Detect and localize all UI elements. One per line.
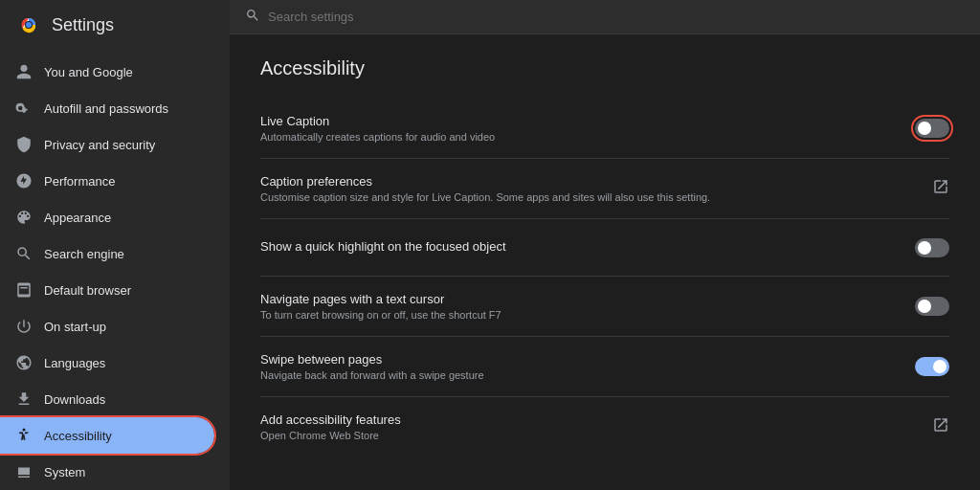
- sidebar-label-on-startup: On start-up: [44, 320, 106, 334]
- toggle-text-cursor[interactable]: [915, 297, 949, 316]
- search-input[interactable]: [268, 10, 965, 24]
- sidebar-item-languages[interactable]: Languages: [0, 345, 214, 381]
- sidebar-label-autofill: Autofill and passwords: [44, 101, 168, 116]
- sidebar-label-accessibility: Accessibility: [44, 429, 112, 443]
- search-bar-icon: [245, 8, 260, 26]
- sidebar-label-downloads: Downloads: [44, 392, 105, 407]
- setting-title-swipe-pages: Swipe between pages: [260, 352, 900, 367]
- chrome-logo-icon: [15, 11, 42, 38]
- page-title: Accessibility: [260, 57, 949, 79]
- download-icon: [15, 390, 33, 408]
- sidebar-item-performance[interactable]: Performance: [0, 163, 214, 199]
- settings-row-swipe-pages: Swipe between pagesNavigate back and for…: [260, 337, 949, 397]
- setting-desc-caption-preferences: Customise caption size and style for Liv…: [260, 191, 917, 203]
- setting-desc-add-accessibility: Open Chrome Web Store: [260, 430, 917, 441]
- sidebar-label-default-browser: Default browser: [44, 283, 131, 298]
- search-bar: [230, 0, 980, 34]
- sidebar: Settings You and Google Autofill and pas…: [0, 0, 230, 490]
- sidebar-item-privacy[interactable]: Privacy and security: [0, 126, 214, 163]
- toggle-quick-highlight[interactable]: [915, 238, 949, 257]
- setting-desc-live-caption: Automatically creates captions for audio…: [260, 131, 900, 143]
- sidebar-item-autofill[interactable]: Autofill and passwords: [0, 90, 214, 126]
- power-icon: [15, 318, 33, 335]
- settings-row-live-caption: Live CaptionAutomatically creates captio…: [260, 99, 949, 159]
- sidebar-label-languages: Languages: [44, 356, 105, 370]
- app-title: Settings: [52, 15, 114, 35]
- sidebar-item-on-startup[interactable]: On start-up: [0, 308, 214, 345]
- external-link-icon-add-accessibility[interactable]: [932, 416, 949, 437]
- svg-point-3: [23, 429, 26, 432]
- external-link-icon-caption-preferences[interactable]: [932, 178, 949, 199]
- sidebar-item-downloads[interactable]: Downloads: [0, 381, 214, 417]
- toggle-swipe-pages[interactable]: [915, 357, 949, 376]
- sidebar-item-you-and-google[interactable]: You and Google: [0, 54, 214, 90]
- accessibility-icon: [15, 427, 33, 444]
- setting-title-caption-preferences: Caption preferences: [260, 174, 917, 189]
- sidebar-label-privacy: Privacy and security: [44, 138, 155, 152]
- sidebar-label-appearance: Appearance: [44, 211, 111, 225]
- sidebar-label-performance: Performance: [44, 174, 115, 189]
- svg-point-2: [26, 22, 32, 28]
- setting-title-quick-highlight: Show a quick highlight on the focused ob…: [260, 239, 900, 254]
- content-area: Accessibility Live CaptionAutomatically …: [230, 34, 980, 490]
- palette-icon: [15, 209, 33, 226]
- globe-icon: [15, 354, 33, 371]
- sidebar-item-accessibility[interactable]: Accessibility: [0, 417, 214, 454]
- sidebar-item-search-engine[interactable]: Search engine: [0, 235, 214, 272]
- settings-row-quick-highlight: Show a quick highlight on the focused ob…: [260, 219, 949, 277]
- system-icon: [15, 463, 33, 480]
- shield-icon: [15, 136, 33, 153]
- search-icon: [15, 245, 33, 262]
- main-content: Accessibility Live CaptionAutomatically …: [230, 0, 980, 490]
- sidebar-label-system: System: [44, 465, 85, 479]
- settings-row-caption-preferences: Caption preferencesCustomise caption siz…: [260, 159, 949, 219]
- settings-row-text-cursor: Navigate pages with a text cursorTo turn…: [260, 277, 949, 337]
- sidebar-item-default-browser[interactable]: Default browser: [0, 272, 214, 308]
- sidebar-nav: You and Google Autofill and passwords Pr…: [0, 50, 230, 490]
- setting-title-text-cursor: Navigate pages with a text cursor: [260, 292, 900, 306]
- toggle-live-caption[interactable]: [915, 119, 949, 138]
- sidebar-label-search-engine: Search engine: [44, 247, 124, 261]
- gauge-icon: [15, 172, 33, 189]
- browser-icon: [15, 281, 33, 299]
- setting-desc-text-cursor: To turn caret browsing on or off, use th…: [260, 309, 900, 321]
- settings-list: Live CaptionAutomatically creates captio…: [260, 99, 949, 457]
- setting-title-live-caption: Live Caption: [260, 114, 900, 128]
- setting-desc-swipe-pages: Navigate back and forward with a swipe g…: [260, 369, 900, 381]
- sidebar-header: Settings: [0, 0, 230, 50]
- sidebar-label-you-and-google: You and Google: [44, 65, 133, 79]
- setting-title-add-accessibility: Add accessibility features: [260, 412, 917, 427]
- sidebar-item-system[interactable]: System: [0, 454, 214, 490]
- sidebar-item-appearance[interactable]: Appearance: [0, 199, 214, 235]
- person-icon: [15, 63, 33, 80]
- key-icon: [15, 100, 33, 117]
- settings-row-add-accessibility: Add accessibility featuresOpen Chrome We…: [260, 397, 949, 457]
